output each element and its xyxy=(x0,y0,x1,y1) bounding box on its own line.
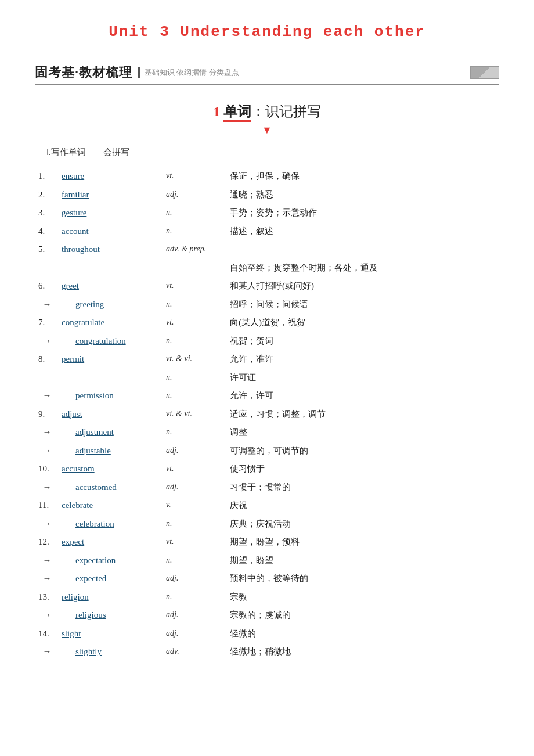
vocab-row: 5.throughoutadv. & prep. xyxy=(35,240,499,259)
section-main-text: 固考基·教材梳理 xyxy=(35,65,132,80)
subsection-label: Ⅰ.写作单词——会拼写 xyxy=(46,147,499,158)
vocab-label: 单词 xyxy=(223,104,251,122)
vocab-row-def2: 自始至终；贯穿整个时期；各处，通及 xyxy=(35,259,499,278)
vocab-word-cell: accustom xyxy=(58,460,163,478)
vocab-word-cell: gesture xyxy=(58,204,163,222)
vocab-derived-row: →accustomedadj.习惯于；惯常的 xyxy=(35,478,499,497)
vocab-derived-row: →religiousadj.宗教的；虔诚的 xyxy=(35,606,499,625)
vocab-word-cell: expect xyxy=(58,533,163,552)
vocab-def-cell: 轻微的 xyxy=(226,625,499,643)
vocab-num-cell: 7. xyxy=(35,314,58,332)
vocab-pos-cell: vt. & vi. xyxy=(163,350,226,369)
vocab-pos-cell: vt. xyxy=(163,314,226,332)
vocab-row: 9.adjustvi. & vt.适应，习惯；调整，调节 xyxy=(35,405,499,424)
vocab-row: 13.religionn.宗教 xyxy=(35,588,499,607)
vocab-word-cell: adjust xyxy=(58,405,163,424)
vocab-pos-cell: adj. xyxy=(163,186,226,204)
vocab-num-cell: 8. xyxy=(35,350,58,369)
vocab-sublabel: 识记拼写 xyxy=(265,104,321,119)
vocab-word-cell: account xyxy=(58,222,163,241)
vocab-num-cell: 13. xyxy=(35,588,58,607)
vocab-pos-cell: vt. xyxy=(163,533,226,552)
vocab-def-cell: 手势；姿势；示意动作 xyxy=(226,204,499,222)
vocab-num-cell: 3. xyxy=(35,204,58,222)
vocab-word-cell: religion xyxy=(58,588,163,607)
vocab-pos-cell: vt. xyxy=(163,460,226,478)
vocab-def-cell: 适应，习惯；调整，调节 xyxy=(226,405,499,424)
vocab-title: 1 单词：识记拼写 xyxy=(35,102,499,121)
section-header-main: 固考基·教材梳理 xyxy=(35,64,132,81)
vocab-num-cell: 12. xyxy=(35,533,58,552)
vocab-word-cell: congratulate xyxy=(58,314,163,332)
vocab-pos-cell: vt. xyxy=(163,167,226,186)
vocab-num-cell: 10. xyxy=(35,460,58,478)
vocab-def-cell: 宗教 xyxy=(226,588,499,607)
vocab-num-cell: 5. xyxy=(35,240,58,259)
vocab-word-cell: familiar xyxy=(58,186,163,204)
vocab-def-cell: 期望，盼望，预料 xyxy=(226,533,499,552)
vocab-word-cell: slight xyxy=(58,625,163,643)
vocab-row: 8.permitvt. & vi.允许，准许 xyxy=(35,350,499,369)
vocab-row: 4.accountn.描述，叙述 xyxy=(35,222,499,241)
vocab-num-cell: 6. xyxy=(35,277,58,296)
vocab-def-cell: 和某人打招呼(或问好) xyxy=(226,277,499,296)
vocab-derived-word: permission xyxy=(58,387,163,405)
vocab-pos-cell: n. xyxy=(163,222,226,241)
vocab-pos-cell: n. xyxy=(163,588,226,607)
vocab-word-cell: greet xyxy=(58,277,163,296)
vocab-derived-row: →expectationn.期望，盼望 xyxy=(35,552,499,570)
vocab-derived-row: →permissionn.允许，许可 xyxy=(35,387,499,405)
vocab-derived-word: adjustment xyxy=(58,423,163,442)
vocab-def-cell: 保证，担保，确保 xyxy=(226,167,499,186)
vocab-derived-row: →celebrationn.庆典；庆祝活动 xyxy=(35,515,499,534)
vocab-def-cell xyxy=(226,240,499,259)
vocab-derived-row: →slightlyadv.轻微地；稍微地 xyxy=(35,643,499,661)
vocab-row: 3.gesturen.手势；姿势；示意动作 xyxy=(35,204,499,222)
arrow-down-icon: ▼ xyxy=(35,124,499,136)
vocab-num-cell: 1. xyxy=(35,167,58,186)
vocab-row: 6.greetvt.和某人打招呼(或问好) xyxy=(35,277,499,296)
vocab-word-cell: ensure xyxy=(58,167,163,186)
vocab-derived-word: religious xyxy=(58,606,163,625)
vocab-pos-cell: vt. xyxy=(163,277,226,296)
vocab-row: 12.expectvt.期望，盼望，预料 xyxy=(35,533,499,552)
vocab-def-cell: 允许，准许 xyxy=(226,350,499,369)
vocab-def-cell: 使习惯于 xyxy=(226,460,499,478)
vocab-word-cell: celebrate xyxy=(58,496,163,515)
vocab-pos-cell: v. xyxy=(163,496,226,515)
vocab-derived-word: expected xyxy=(58,570,163,588)
vocab-word-cell: throughout xyxy=(58,240,163,259)
vocab-pos-cell: adv. & prep. xyxy=(163,240,226,259)
section-header-decoration xyxy=(470,66,499,79)
section-header: 固考基·教材梳理 基础知识 依纲据情 分类盘点 xyxy=(35,64,499,85)
vocab-derived-word: adjustable xyxy=(58,442,163,460)
vocab-derived-row: →congratulationn.祝贺；贺词 xyxy=(35,332,499,351)
vocab-num-cell: 11. xyxy=(35,496,58,515)
section-header-sub: 基础知识 依纲据情 分类盘点 xyxy=(138,67,239,78)
vocab-row-extra: n.许可证 xyxy=(35,369,499,387)
vocab-derived-word: accustomed xyxy=(58,478,163,497)
vocab-pos-cell: vi. & vt. xyxy=(163,405,226,424)
vocab-row: 2.familiaradj.通晓；熟悉 xyxy=(35,186,499,204)
vocab-def-cell: 描述，叙述 xyxy=(226,222,499,241)
vocab-def-cell: 通晓；熟悉 xyxy=(226,186,499,204)
vocab-table: 1.ensurevt.保证，担保，确保2.familiaradj.通晓；熟悉3.… xyxy=(35,167,499,661)
vocab-derived-row: →expectedadj.预料中的，被等待的 xyxy=(35,570,499,588)
vocab-def2-cell: 自始至终；贯穿整个时期；各处，通及 xyxy=(226,259,499,278)
vocab-def-cell: 庆祝 xyxy=(226,496,499,515)
vocab-row: 14.slightadj.轻微的 xyxy=(35,625,499,643)
vocab-row: 7.congratulatevt.向(某人)道贺，祝贺 xyxy=(35,314,499,332)
page-title: Unit 3 Understanding each other xyxy=(35,23,499,41)
vocab-num-cell: 2. xyxy=(35,186,58,204)
vocab-num-cell: 14. xyxy=(35,625,58,643)
vocab-num-cell: 4. xyxy=(35,222,58,241)
vocab-pos-cell: n. xyxy=(163,204,226,222)
vocab-row: 1.ensurevt.保证，担保，确保 xyxy=(35,167,499,186)
vocab-derived-word: expectation xyxy=(58,552,163,570)
vocab-def-cell: 向(某人)道贺，祝贺 xyxy=(226,314,499,332)
vocab-derived-word: congratulation xyxy=(58,332,163,351)
vocab-derived-row: →greetingn.招呼；问候；问候语 xyxy=(35,296,499,314)
vocab-num: 1 xyxy=(213,104,220,119)
vocab-derived-row: →adjustmentn.调整 xyxy=(35,423,499,442)
vocab-derived-word: celebration xyxy=(58,515,163,534)
